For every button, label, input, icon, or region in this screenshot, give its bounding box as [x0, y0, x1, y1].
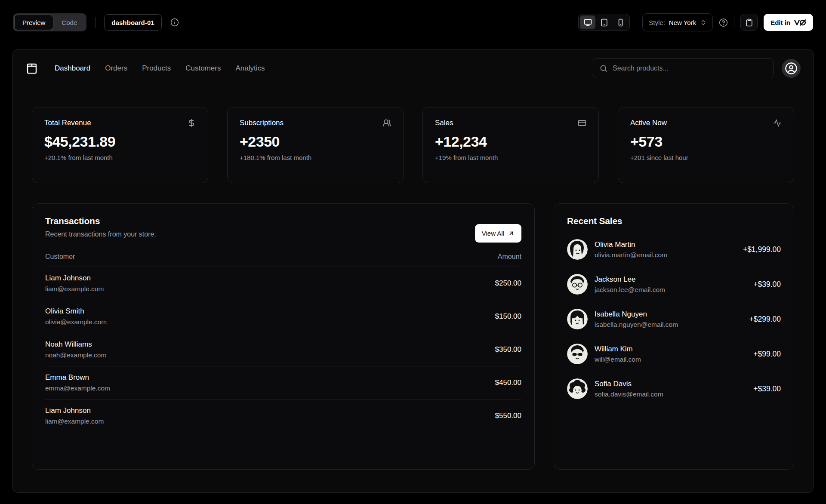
help-circle-icon[interactable] [719, 18, 728, 27]
sale-email: sofia.davis@email.com [595, 390, 663, 398]
stat-title: Total Revenue [44, 119, 91, 127]
recent-sales-title: Recent Sales [567, 216, 781, 226]
stat-card-sales: Sales +12,234 +19% from last month [422, 107, 599, 183]
stat-title: Active Now [630, 119, 667, 127]
style-select[interactable]: Style: New York [642, 13, 713, 31]
style-label: Style: [649, 19, 665, 26]
view-mode-tabs: Preview Code [13, 13, 86, 31]
view-all-label: View All [482, 230, 504, 237]
sale-name: Olivia Martin [595, 240, 667, 249]
customer-email: olivia@example.com [45, 318, 107, 326]
stat-value: +2350 [240, 133, 391, 150]
sale-amount: +$99.00 [753, 350, 781, 359]
list-item: William Kim will@email.com +$99.00 [567, 344, 781, 364]
panels-row: Transactions Recent transactions from yo… [32, 203, 794, 470]
list-item: Isabella Nguyen isabella.nguyen@email.co… [567, 309, 781, 329]
sale-email: will@email.com [595, 356, 641, 363]
viewer-toolbar: Preview Code dashboard-01 Style: New Yor… [13, 13, 813, 32]
stat-value: $45,231.89 [44, 133, 196, 150]
list-item: Jackson Lee jackson.lee@email.com +$39.0… [567, 274, 781, 295]
customer-name: Olivia Smith [45, 307, 107, 316]
activity-icon [773, 119, 782, 127]
toolbar-separator [95, 17, 96, 28]
stat-change: +201 since last hour [630, 154, 782, 161]
chevrons-up-down-icon [700, 19, 706, 26]
style-value: New York [669, 19, 696, 26]
desktop-view-button[interactable] [580, 15, 595, 29]
clipboard-icon [745, 18, 753, 27]
header-right [593, 58, 801, 78]
sale-amount: +$39.00 [753, 280, 781, 289]
nav-link-customers[interactable]: Customers [185, 64, 221, 73]
sale-name: Jackson Lee [595, 275, 665, 284]
stat-card-subscriptions: Subscriptions +2350 +180.1% from last mo… [227, 107, 404, 183]
transactions-title: Transactions [45, 216, 521, 226]
search-input[interactable] [613, 65, 767, 72]
sale-amount: +$299.00 [749, 315, 781, 324]
edit-in-v0-button[interactable]: Edit in [764, 14, 813, 31]
avatar [567, 344, 588, 364]
sales-list: Olivia Martin olivia.martin@email.com +$… [567, 239, 781, 399]
transaction-amount: $450.00 [495, 378, 521, 387]
stats-row: Total Revenue $45,231.89 +20.1% from las… [32, 107, 794, 183]
copy-code-button[interactable] [740, 14, 758, 31]
dashboard-content: Total Revenue $45,231.89 +20.1% from las… [12, 87, 814, 470]
info-icon[interactable] [170, 18, 179, 27]
stat-change: +180.1% from last month [240, 154, 391, 161]
table-row: Emma Brown emma@example.com $450.00 [45, 366, 521, 399]
tablet-view-button[interactable] [596, 15, 612, 29]
avatar [567, 274, 588, 295]
list-item: Sofia Davis sofia.davis@email.com +$39.0… [567, 378, 781, 399]
list-item: Olivia Martin olivia.martin@email.com +$… [567, 239, 781, 260]
block-preview-frame: Dashboard Orders Products Customers Anal… [12, 49, 814, 493]
tablet-icon [600, 18, 608, 27]
sale-amount: +$39.00 [753, 384, 781, 393]
column-customer: Customer [45, 253, 75, 261]
sale-email: olivia.martin@email.com [595, 251, 667, 259]
monitor-icon [584, 18, 592, 27]
customer-name: Noah Williams [45, 340, 106, 349]
arrow-up-right-icon [508, 230, 515, 237]
stat-card-active-now: Active Now +573 +201 since last hour [618, 107, 794, 183]
table-header: Customer Amount [45, 253, 521, 267]
sale-email: jackson.lee@email.com [595, 286, 665, 294]
block-name-badge: dashboard-01 [104, 14, 162, 31]
nav-link-products[interactable]: Products [142, 64, 171, 73]
sale-name: Isabella Nguyen [595, 310, 678, 319]
transactions-subtitle: Recent transactions from your store. [45, 230, 521, 238]
sale-email: isabella.nguyen@email.com [595, 321, 678, 329]
sale-amount: +$1,999.00 [743, 245, 781, 254]
customer-name: Liam Johnson [45, 406, 104, 415]
table-row: Liam Johnson liam@example.com $250.00 [45, 267, 521, 300]
stat-value: +12,234 [435, 133, 586, 150]
customer-email: emma@example.com [45, 384, 110, 392]
transaction-amount: $150.00 [495, 312, 521, 321]
main-nav: Dashboard Orders Products Customers Anal… [55, 64, 265, 73]
edit-in-label: Edit in [771, 19, 790, 26]
stat-title: Sales [435, 119, 453, 127]
toolbar-right: Style: New York Edit in [578, 13, 813, 31]
nav-link-dashboard[interactable]: Dashboard [55, 64, 90, 73]
toolbar-separator [734, 17, 734, 28]
nav-link-orders[interactable]: Orders [105, 64, 127, 73]
recent-sales-card: Recent Sales Olivia Martin olivia.martin… [554, 203, 794, 470]
avatar [567, 309, 588, 329]
tab-code[interactable]: Code [53, 15, 85, 30]
credit-card-icon [578, 119, 586, 127]
view-all-button[interactable]: View All [475, 224, 521, 243]
toolbar-left: Preview Code dashboard-01 [13, 13, 179, 31]
mobile-view-button[interactable] [613, 15, 628, 29]
user-menu-button[interactable] [782, 59, 801, 78]
stat-card-total-revenue: Total Revenue $45,231.89 +20.1% from las… [32, 107, 208, 183]
tab-preview[interactable]: Preview [14, 15, 53, 30]
transaction-amount: $550.00 [495, 412, 521, 420]
customer-email: liam@example.com [45, 418, 104, 425]
transaction-amount: $250.00 [495, 279, 521, 288]
stat-value: +573 [630, 133, 782, 150]
customer-email: liam@example.com [45, 285, 104, 293]
search-icon [599, 64, 608, 73]
nav-link-analytics[interactable]: Analytics [235, 64, 265, 73]
avatar [567, 378, 588, 399]
store-logo[interactable] [25, 62, 38, 75]
user-circle-icon [785, 62, 798, 75]
